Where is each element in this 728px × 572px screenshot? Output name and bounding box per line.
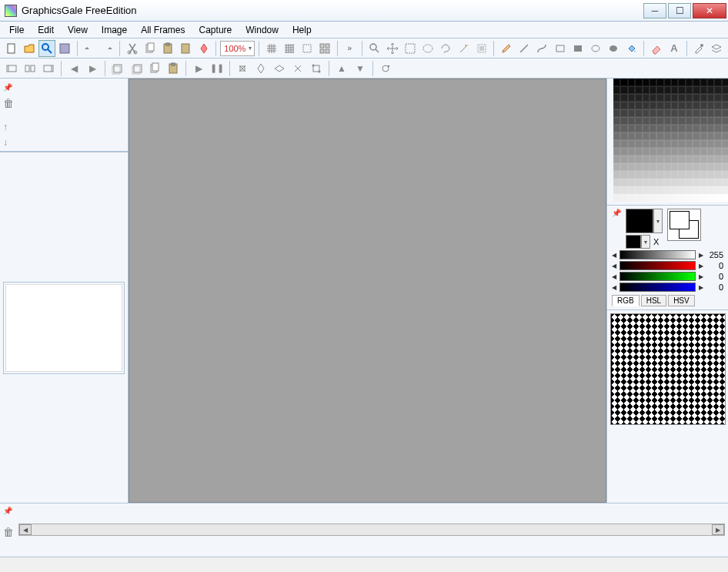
menu-capture[interactable]: Capture (193, 23, 239, 37)
palette-grid[interactable] (613, 79, 728, 202)
undo-button[interactable] (82, 40, 98, 57)
frame-first-button[interactable] (3, 60, 20, 77)
pattern-preview[interactable] (610, 313, 726, 425)
green-inc-button[interactable]: ▶ (699, 273, 703, 280)
new-file-button[interactable] (3, 40, 19, 57)
svg-point-1 (42, 44, 48, 50)
value-slider[interactable] (619, 250, 696, 259)
merge-button[interactable] (195, 40, 212, 57)
menu-help[interactable]: Help (286, 23, 318, 37)
close-button[interactable]: ✕ (693, 3, 726, 18)
timeline-trash-icon[interactable]: 🗑 (3, 526, 14, 538)
flip-h-button[interactable] (252, 60, 269, 77)
red-slider[interactable] (619, 261, 696, 270)
text-button[interactable]: A (666, 40, 682, 57)
wand-button[interactable] (456, 40, 472, 57)
down-button[interactable]: ▼ (352, 60, 369, 77)
rect-select-button[interactable] (402, 40, 418, 57)
rotate-cw-button[interactable] (234, 60, 251, 77)
onion-next-button[interactable] (128, 60, 145, 77)
tab-hsv[interactable]: HSV (668, 295, 695, 306)
cut-button[interactable] (124, 40, 140, 57)
blue-dec-button[interactable]: ◀ (612, 284, 616, 291)
copy-frame-button[interactable] (146, 60, 163, 77)
loop-button[interactable] (377, 60, 394, 77)
color-pin-icon[interactable]: 📌 (612, 209, 621, 217)
pencil-button[interactable] (498, 40, 514, 57)
timeline-scrollbar[interactable]: ◀ ▶ (18, 523, 725, 536)
red-dec-button[interactable]: ◀ (612, 263, 616, 269)
line-button[interactable] (516, 40, 533, 57)
primary-color-swatch[interactable] (626, 209, 653, 233)
rotate-button[interactable] (289, 60, 306, 77)
blue-slider[interactable] (619, 283, 696, 292)
lasso-button[interactable] (438, 40, 454, 57)
grid-small-button[interactable] (281, 40, 297, 57)
play-button[interactable]: ▶ (190, 60, 207, 77)
pin-icon[interactable]: 📌 (3, 83, 12, 92)
magnifier-button[interactable] (38, 40, 55, 57)
menu-window[interactable]: Window (239, 23, 285, 37)
canvas-workspace[interactable] (129, 79, 606, 503)
paste-button[interactable] (160, 40, 176, 57)
curve-button[interactable] (534, 40, 550, 57)
copy-button[interactable] (142, 40, 158, 57)
tab-rgb[interactable]: RGB (612, 295, 640, 306)
trash-icon[interactable]: 🗑 (3, 97, 14, 109)
secondary-color-swatch[interactable] (626, 235, 641, 249)
move-up-icon[interactable]: ↑ (3, 122, 125, 132)
eraser-button[interactable] (648, 40, 664, 57)
redo-button[interactable] (99, 40, 115, 57)
timeline-scroll-left[interactable]: ◀ (19, 524, 32, 535)
rect-button[interactable] (552, 40, 568, 57)
green-dec-button[interactable]: ◀ (612, 273, 616, 280)
next-frame-button[interactable]: ▶ (84, 60, 101, 77)
menu-edit[interactable]: Edit (32, 23, 60, 37)
color-select-button[interactable] (473, 40, 489, 57)
green-slider[interactable] (619, 272, 696, 281)
picker-button[interactable] (691, 40, 707, 57)
onion-prev-button[interactable] (109, 60, 126, 77)
paste-frame-button[interactable] (165, 60, 182, 77)
paste-special-button[interactable] (178, 40, 194, 57)
open-file-button[interactable] (21, 40, 37, 57)
value-dec-button[interactable]: ◀ (612, 252, 616, 259)
menu-view[interactable]: View (62, 23, 94, 37)
fill-button[interactable] (623, 40, 640, 57)
tile-button[interactable] (317, 40, 333, 57)
move-tool-button[interactable] (384, 40, 400, 57)
prev-frame-button[interactable]: ◀ (65, 60, 82, 77)
up-button[interactable]: ▲ (333, 60, 350, 77)
tab-hsl[interactable]: HSL (641, 295, 666, 306)
timeline-pin-icon[interactable]: 📌 (3, 507, 12, 515)
maximize-button[interactable]: ☐ (668, 3, 691, 18)
pause-button[interactable]: ❚❚ (209, 60, 225, 77)
minimize-button[interactable]: ─ (643, 3, 666, 18)
filled-ellipse-button[interactable] (606, 40, 622, 57)
ellipse-button[interactable] (588, 40, 604, 57)
frame-last-button[interactable] (40, 60, 57, 77)
save-button[interactable] (57, 40, 73, 57)
overflow-button[interactable]: » (342, 40, 358, 57)
timeline-scroll-right[interactable]: ▶ (712, 524, 724, 535)
red-inc-button[interactable]: ▶ (699, 263, 703, 269)
blue-inc-button[interactable]: ▶ (699, 284, 703, 291)
move-down-icon[interactable]: ↓ (3, 137, 125, 148)
hand-tool-button[interactable] (366, 40, 382, 57)
flip-v-button[interactable] (271, 60, 288, 77)
primary-color-dropdown[interactable]: ▾ (653, 209, 663, 233)
value-inc-button[interactable]: ▶ (699, 252, 703, 259)
ellipse-select-button[interactable] (420, 40, 436, 57)
transform-button[interactable] (308, 60, 325, 77)
snap-button[interactable] (299, 40, 315, 57)
grid-button[interactable] (263, 40, 279, 57)
menu-all-frames[interactable]: All Frames (135, 23, 191, 37)
fg-bg-swatch[interactable] (667, 209, 701, 241)
layers-button[interactable] (709, 40, 725, 57)
menu-file[interactable]: File (3, 23, 30, 37)
frame-prev-set-button[interactable] (22, 60, 38, 77)
filled-rect-button[interactable] (569, 40, 586, 57)
zoom-level-dropdown[interactable]: 100% (220, 41, 255, 56)
menu-image[interactable]: Image (95, 23, 133, 37)
secondary-color-dropdown[interactable]: ▾ (641, 235, 650, 249)
